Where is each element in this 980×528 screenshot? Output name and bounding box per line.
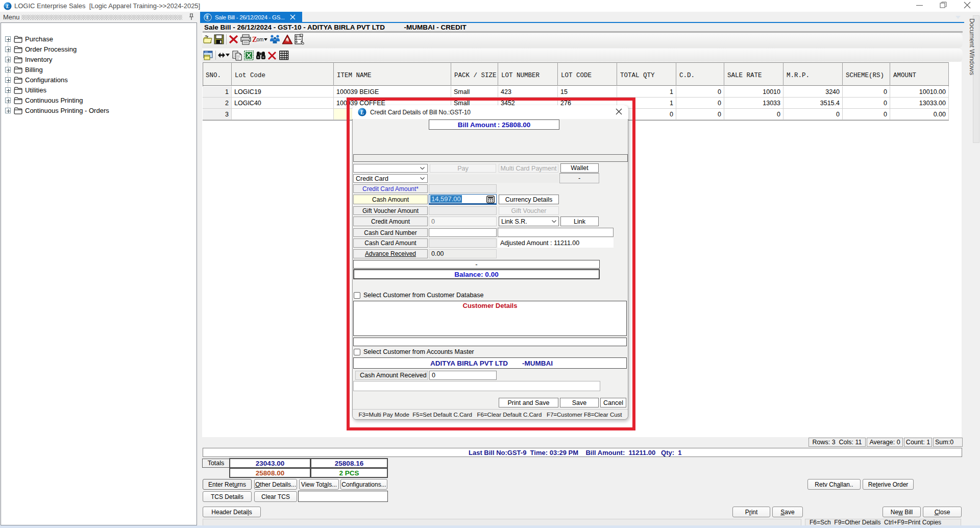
svg-text:om: om [257, 37, 264, 42]
svg-text:L: L [6, 3, 10, 9]
svg-text:L: L [206, 15, 209, 20]
